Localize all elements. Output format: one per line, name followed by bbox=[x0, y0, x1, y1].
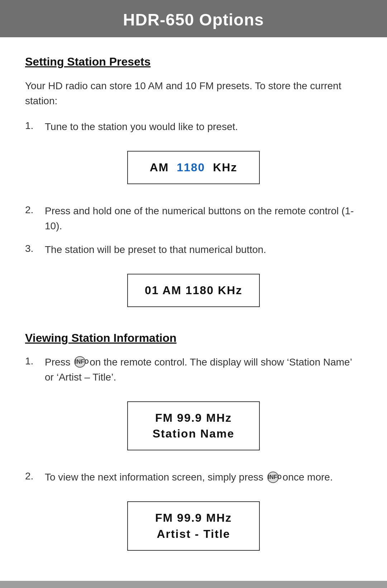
section2-step1-text: Press INFO on the remote control. The di… bbox=[45, 355, 362, 385]
section2-step2-number: 2. bbox=[25, 470, 45, 482]
footer-page: Page 21 bbox=[336, 587, 366, 588]
section1-intro: Your HD radio can store 10 AM and 10 FM … bbox=[25, 78, 362, 109]
step3-text: The station will be preset to that numer… bbox=[45, 242, 362, 257]
page-footer: www.cobyusa.com Page 21 bbox=[0, 581, 387, 588]
display-box-2-wrapper: 01 AM 1180 KHz bbox=[25, 267, 362, 314]
info-icon-1: INFO bbox=[74, 356, 86, 368]
display-box-fm-artist: FM 99.9 MHz Artist - Title bbox=[127, 501, 260, 551]
step2-text: Press and hold one of the numerical butt… bbox=[45, 204, 362, 234]
display-box-preset: 01 AM 1180 KHz bbox=[127, 274, 260, 307]
section2-step2-item: 2. To view the next information screen, … bbox=[25, 470, 362, 485]
step2-item: 2. Press and hold one of the numerical b… bbox=[25, 204, 362, 234]
section1-heading: Setting Station Presets bbox=[25, 55, 362, 68]
section2-step2-text: To view the next information screen, sim… bbox=[45, 470, 362, 485]
display-fm-artist-line2: Artist - Title bbox=[157, 527, 230, 540]
section-setting-presets: Setting Station Presets Your HD radio ca… bbox=[25, 55, 362, 314]
section-viewing-info: Viewing Station Information 1. Press INF… bbox=[25, 331, 362, 557]
display-preset-text: 01 AM 1180 KHz bbox=[145, 284, 242, 297]
display-fm-artist-text: FM 99.9 MHz Artist - Title bbox=[139, 510, 248, 542]
page-header: HDR-650 Options bbox=[0, 0, 387, 37]
display-am-text: AM 1180 KHz bbox=[150, 161, 238, 174]
section2-step2-after: once more. bbox=[283, 472, 333, 483]
step1-item: 1. Tune to the station you would like to… bbox=[25, 119, 362, 134]
display-fm-line2: Station Name bbox=[153, 427, 234, 440]
section2-step1-before: Press bbox=[45, 357, 71, 368]
section2-step2-before: To view the next information screen, sim… bbox=[45, 472, 263, 483]
display-am-freq: 1180 bbox=[177, 161, 205, 174]
page-title: HDR-650 Options bbox=[123, 10, 264, 29]
display-fm-station-text: FM 99.9 MHz Station Name bbox=[139, 410, 248, 442]
section2-step1-number: 1. bbox=[25, 355, 45, 367]
display-box-fm-station: FM 99.9 MHz Station Name bbox=[127, 401, 260, 451]
display-box-3-wrapper: FM 99.9 MHz Station Name bbox=[25, 395, 362, 457]
section2-heading: Viewing Station Information bbox=[25, 331, 362, 345]
step1-number: 1. bbox=[25, 119, 45, 132]
step2-number: 2. bbox=[25, 204, 45, 216]
display-box-am: AM 1180 KHz bbox=[127, 151, 260, 184]
page-content: Setting Station Presets Your HD radio ca… bbox=[0, 37, 387, 581]
display-fm-line1: FM 99.9 MHz bbox=[155, 411, 232, 424]
display-fm-artist-line1: FM 99.9 MHz bbox=[155, 511, 232, 524]
section2-step1-after: on the remote control. The display will … bbox=[45, 357, 352, 383]
step3-item: 3. The station will be preset to that nu… bbox=[25, 242, 362, 257]
step3-number: 3. bbox=[25, 242, 45, 254]
display-box-4-wrapper: FM 99.9 MHz Artist - Title bbox=[25, 495, 362, 557]
info-icon-2: INFO bbox=[267, 472, 279, 483]
footer-url: www.cobyusa.com bbox=[22, 587, 87, 588]
display-box-1-wrapper: AM 1180 KHz bbox=[25, 144, 362, 191]
step1-text: Tune to the station you would like to pr… bbox=[45, 119, 362, 134]
section2-step1-item: 1. Press INFO on the remote control. The… bbox=[25, 355, 362, 385]
